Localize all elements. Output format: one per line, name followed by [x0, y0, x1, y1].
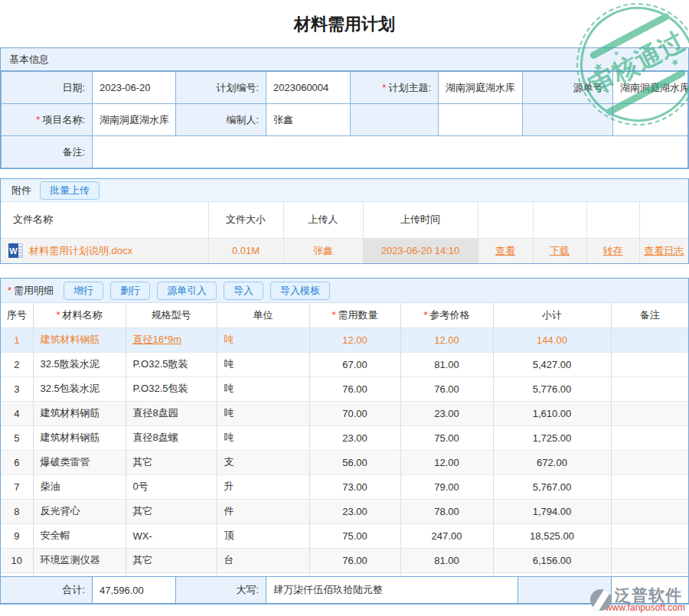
plan-subject-label: *计划主题:	[351, 72, 439, 104]
date-label: 日期:	[2, 72, 93, 104]
vendor-url: www.fanpusoft.com	[606, 603, 685, 612]
basic-info-header: 基本信息	[1, 48, 688, 71]
table-row[interactable]: 10 环境监测仪器 其它 台 76.00 81.00 6,156.00	[1, 548, 688, 572]
vendor-logo: 泛普软件 www.fanpusoft.com	[590, 588, 685, 612]
word-file-icon: W	[8, 243, 23, 258]
col-upload-time: 上传时间	[363, 202, 478, 238]
empty-label-cell	[523, 104, 613, 136]
view-link[interactable]: 查看	[495, 245, 515, 256]
date-value: 2023-06-20	[93, 72, 176, 104]
table-row[interactable]: 2 32.5散装水泥 P.O32.5散装 吨 67.00 81.00 5,427…	[1, 352, 688, 376]
batch-upload-button[interactable]: 批量上传	[40, 181, 100, 200]
details-section: *需用明细 增行 删行 源单引入 导入 导入模板 序号 *材料名称 规格型号 单…	[0, 278, 689, 605]
transfer-link[interactable]: 转存	[603, 245, 623, 256]
attachments-section: 附件 批量上传 文件名称 文件大小 上传人 上传时间 W 材料需用计划说明.do…	[0, 178, 689, 264]
file-size: 0.01M	[208, 238, 283, 263]
empty-value-cell	[439, 104, 523, 136]
col-action	[639, 202, 688, 238]
col-action	[478, 202, 533, 238]
table-row[interactable]: 7 柴油 0号 升 73.00 79.00 5,767.00	[1, 474, 688, 499]
col-action	[533, 202, 586, 238]
col-file-name: 文件名称	[1, 202, 208, 238]
plan-number-label: 计划编号:	[176, 72, 266, 104]
project-name-label: *项目名称:	[2, 104, 93, 136]
table-row[interactable]: 1 建筑材料钢筋 直径16*9m 吨 12.00 12.00 144.00	[1, 328, 688, 352]
remark-label: 备注:	[2, 136, 93, 168]
col-spec: 规格型号	[126, 303, 217, 328]
file-name[interactable]: 材料需用计划说明.docx	[29, 244, 132, 258]
col-uploader: 上传人	[283, 202, 363, 238]
source-import-button[interactable]: 源单引入	[157, 282, 217, 300]
details-table: 序号 *材料名称 规格型号 单位 *需用数量 *参考价格 小计 备注 1 建筑材…	[1, 303, 688, 576]
compiler-value: 张鑫	[266, 104, 351, 136]
view-log-link[interactable]: 查看日志	[644, 245, 684, 256]
col-subtotal: 小计	[493, 303, 611, 328]
amount-in-words-label: 大写:	[175, 577, 266, 603]
file-upload-time: 2023-06-20 14:10	[363, 238, 478, 263]
import-button[interactable]: 导入	[224, 282, 263, 300]
table-row[interactable]: 5 建筑材料钢筋 直径8盘螺 吨 23.00 75.00 1,725.00	[1, 425, 688, 450]
col-qty: *需用数量	[309, 303, 400, 328]
add-row-button[interactable]: 增行	[64, 282, 103, 300]
table-row[interactable]: 4 建筑材料钢筋 直径8盘园 吨 70.00 23.00 1,610.00	[1, 401, 688, 425]
details-title: *需用明细	[8, 284, 54, 298]
basic-info-table: 日期: 2023-06-20 计划编号: 2023060004 *计划主题: 湖…	[1, 71, 688, 168]
col-material: *材料名称	[33, 303, 126, 328]
col-remark: 备注	[611, 303, 688, 328]
attachment-row: W 材料需用计划说明.docx 0.01M 张鑫 2023-06-20 14:1…	[1, 238, 688, 263]
attachments-title: 附件	[11, 184, 31, 197]
import-template-button[interactable]: 导入模板	[270, 282, 330, 300]
required-mark: *	[36, 114, 40, 125]
total-value: 47,596.00	[92, 577, 175, 603]
fanpu-logo-icon	[590, 589, 612, 611]
amount-in-words-value: 肆万柒仟伍佰玖拾陆元整	[266, 577, 518, 603]
spec-link[interactable]: 直径16*9m	[133, 334, 182, 345]
page-title: 材料需用计划	[0, 0, 689, 47]
required-mark: *	[382, 82, 386, 93]
col-action	[586, 202, 639, 238]
totals-row: 合计: 47,596.00 大写: 肆万柒仟伍佰玖拾陆元整	[1, 576, 688, 604]
empty-value-cell	[613, 104, 688, 136]
plan-number-value: 2023060004	[266, 72, 351, 104]
required-mark: *	[8, 285, 11, 296]
file-uploader: 张鑫	[283, 238, 363, 263]
details-toolbar: *需用明细 增行 删行 源单引入 导入 导入模板	[1, 279, 688, 303]
vendor-name: 泛普软件	[615, 588, 685, 603]
basic-info-section: 基本信息 日期: 2023-06-20 计划编号: 2023060004 *计划…	[0, 47, 689, 169]
col-index: 序号	[1, 303, 33, 328]
table-row[interactable]: 9 安全帽 WX- 顶 75.00 247.00 18,525.00	[1, 523, 688, 548]
table-row[interactable]: 6 爆破类雷管 其它 支 56.00 12.00 672.00	[1, 450, 688, 474]
source-number-label: 源单号:	[523, 72, 613, 104]
empty-label-cell	[351, 104, 439, 136]
plan-subject-value: 湖南洞庭湖水库	[439, 72, 523, 104]
download-link[interactable]: 下载	[550, 245, 570, 256]
project-name-value: 湖南洞庭湖水库	[93, 104, 176, 136]
compiler-label: 编制人:	[176, 104, 266, 136]
details-header-row: 序号 *材料名称 规格型号 单位 *需用数量 *参考价格 小计 备注	[1, 303, 688, 328]
table-row[interactable]: 3 32.5包装水泥 P.O32.5包装 吨 76.00 76.00 5,776…	[1, 376, 688, 401]
remark-value	[93, 136, 688, 168]
total-label: 合计:	[1, 577, 92, 603]
delete-row-button[interactable]: 删行	[110, 282, 150, 300]
table-row[interactable]: 8 反光背心 其它 件 23.00 78.00 1,794.00	[1, 499, 688, 523]
attachments-table: 文件名称 文件大小 上传人 上传时间 W 材料需用计划说明.docx 0.01M…	[1, 202, 688, 263]
col-price: *参考价格	[400, 303, 493, 328]
col-file-size: 文件大小	[208, 202, 283, 238]
col-unit: 单位	[217, 303, 309, 328]
source-number-value: 湖南洞庭湖水库	[613, 72, 688, 104]
